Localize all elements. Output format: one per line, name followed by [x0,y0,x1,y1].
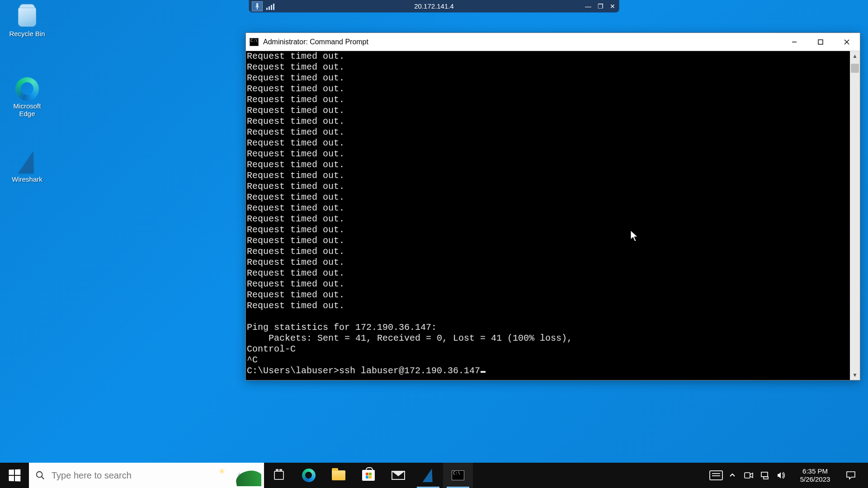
touch-keyboard-button[interactable] [709,463,723,488]
desktop-icon-recycle-bin[interactable]: Recycle Bin [5,4,50,38]
scroll-thumb[interactable] [851,64,859,73]
taskbar-search[interactable]: ✦ [29,463,264,488]
taskbar-app-explorer[interactable] [324,463,354,488]
task-view-icon [274,471,284,480]
tray-volume[interactable] [774,463,788,488]
scroll-up-button[interactable]: ▲ [850,51,860,61]
taskbar-clock[interactable]: 6:35 PM 5/26/2023 [790,467,840,483]
desktop-icon-label: Microsoft Edge [14,102,41,117]
remote-ip-label: 20.172.141.4 [414,2,454,10]
taskbar: ✦ C:\ 6:35 PM 5/26/2023 [0,463,868,488]
svg-rect-8 [764,477,768,479]
taskbar-app-mail[interactable] [383,463,413,488]
remote-minimize-button[interactable]: — [585,3,591,10]
taskbar-app-wireshark[interactable] [413,463,443,488]
recycle-bin-icon [14,4,40,30]
pin-icon[interactable] [252,1,263,11]
desktop-icon-edge[interactable]: Microsoft Edge [5,76,50,117]
edge-icon [302,469,316,482]
signal-icon [266,3,274,10]
svg-rect-7 [761,472,768,477]
camera-icon [744,472,753,479]
speaker-icon [777,471,786,479]
search-icon [35,470,45,480]
svg-point-4 [37,472,42,478]
store-icon [362,470,375,481]
desktop-icon-label: Wireshark [12,175,42,183]
remote-close-button[interactable]: ✕ [610,3,615,10]
terminal-output[interactable]: Request timed out. Request timed out. Re… [246,51,850,380]
cmd-icon: C:\ [452,470,464,480]
wireshark-icon [14,149,40,175]
command-prompt-window[interactable]: C:\ Administrator: Command Prompt Reques… [245,33,860,380]
clock-time: 6:35 PM [802,467,828,475]
folder-icon [332,470,345,480]
windows-logo-icon [9,469,21,482]
scrollbar[interactable]: ▲ ▼ [850,51,860,380]
svg-rect-6 [745,473,750,478]
minimize-button[interactable] [781,33,807,51]
cmd-icon: C:\ [250,38,259,46]
taskbar-app-cmd[interactable]: C:\ [443,463,473,488]
search-input[interactable] [52,470,258,481]
tray-network[interactable] [758,463,772,488]
clock-date: 5/26/2023 [800,475,830,483]
edge-icon [14,76,40,102]
network-icon [760,471,769,479]
window-titlebar[interactable]: C:\ Administrator: Command Prompt [246,33,860,51]
wireshark-icon [423,469,434,482]
system-tray: 6:35 PM 5/26/2023 [709,463,868,488]
mail-icon [392,471,405,480]
remote-connection-bar[interactable]: 20.172.141.4 — ❐ ✕ [249,0,619,13]
keyboard-icon [709,470,723,480]
taskbar-app-edge[interactable] [294,463,324,488]
close-button[interactable] [834,33,860,51]
taskbar-app-store[interactable] [354,463,383,488]
remote-restore-button[interactable]: ❐ [598,3,604,10]
maximize-button[interactable] [807,33,834,51]
notification-icon [846,471,856,480]
svg-rect-1 [818,40,823,44]
desktop-icon-wireshark[interactable]: Wireshark [5,149,50,183]
desktop-icon-label: Recycle Bin [9,30,45,38]
scroll-down-button[interactable]: ▼ [850,370,860,380]
start-button[interactable] [0,463,29,488]
tray-overflow-button[interactable] [725,463,740,488]
tray-meet-now[interactable] [741,463,756,488]
task-view-button[interactable] [264,463,294,488]
chevron-up-icon [729,472,736,479]
window-title: Administrator: Command Prompt [263,38,368,46]
action-center-button[interactable] [842,471,860,480]
svg-line-5 [42,477,44,479]
